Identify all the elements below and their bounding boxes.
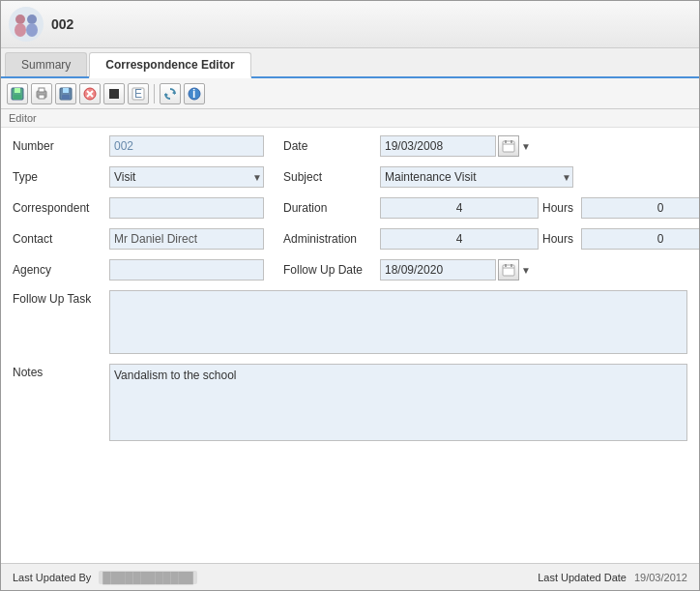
- date-input[interactable]: [380, 135, 496, 157]
- svg-rect-28: [503, 265, 514, 276]
- follow-up-task-area: Follow Up Task: [13, 290, 687, 354]
- last-updated-by-label: Last Updated By: [13, 572, 91, 583]
- svg-rect-6: [15, 88, 20, 93]
- number-input[interactable]: [109, 135, 264, 157]
- status-bar: Last Updated By ████████████ Last Update…: [1, 563, 699, 590]
- duration-minutes-input[interactable]: [581, 197, 699, 219]
- duration-field-wrapper: Hours Minutes: [380, 197, 699, 219]
- agency-label: Agency: [13, 263, 109, 277]
- admin-field-wrapper: Hours Minutes: [380, 228, 699, 250]
- toolbar-separator: [154, 84, 155, 103]
- notes-textarea[interactable]: Vandalism to the school: [109, 364, 687, 441]
- svg-point-0: [9, 7, 44, 42]
- subject-select-wrapper: Maintenance Visit Complaint Enquiry Othe…: [380, 166, 573, 188]
- date-label: Date: [283, 139, 380, 153]
- date-field-wrapper: ▼: [380, 135, 531, 157]
- stop-button[interactable]: [103, 83, 125, 104]
- svg-point-2: [15, 23, 26, 37]
- avatar: [9, 7, 44, 42]
- svg-point-1: [15, 15, 25, 24]
- title-bar: 002: [1, 1, 699, 48]
- correspondent-label: Correspondent: [13, 201, 109, 215]
- editor-section-label: Editor: [1, 109, 699, 128]
- administration-row: Administration Hours Minutes: [283, 228, 699, 250]
- follow-up-date-picker-button[interactable]: [498, 259, 519, 281]
- right-column: Date ▼ Subject: [283, 135, 699, 290]
- subject-label: Subject: [283, 170, 380, 184]
- duration-label: Duration: [283, 201, 380, 215]
- svg-point-4: [26, 23, 38, 37]
- contact-input[interactable]: [109, 228, 264, 250]
- correspondent-input[interactable]: [109, 197, 264, 219]
- save-button[interactable]: [55, 83, 76, 104]
- subject-row: Subject Maintenance Visit Complaint Enqu…: [283, 166, 699, 188]
- contact-row: Contact: [13, 228, 264, 250]
- admin-hours-label: Hours: [542, 232, 573, 246]
- follow-up-date-dropdown-arrow: ▼: [521, 265, 531, 276]
- duration-row: Duration Hours Minutes: [283, 197, 699, 219]
- date-row: Date ▼: [283, 135, 699, 157]
- window-title: 002: [51, 16, 73, 32]
- tab-summary[interactable]: Summary: [5, 52, 87, 76]
- duration-hours-input[interactable]: [380, 197, 539, 219]
- type-select[interactable]: Visit Letter Email Phone: [109, 166, 264, 188]
- number-label: Number: [13, 139, 109, 153]
- notes-label: Notes: [13, 364, 109, 441]
- cancel-button[interactable]: [79, 83, 101, 104]
- type-label: Type: [13, 170, 109, 184]
- admin-hours-input[interactable]: [380, 228, 539, 250]
- toolbar: E i: [1, 78, 699, 109]
- subject-select[interactable]: Maintenance Visit Complaint Enquiry Othe…: [380, 166, 573, 188]
- svg-text:E: E: [134, 87, 142, 101]
- correspondent-row: Correspondent: [13, 197, 264, 219]
- main-window: 002 Summary Correspondence Editor E i: [0, 0, 700, 591]
- follow-up-task-textarea[interactable]: [109, 290, 687, 354]
- administration-label: Administration: [283, 232, 380, 246]
- admin-minutes-input[interactable]: [581, 228, 699, 250]
- svg-rect-9: [39, 88, 44, 92]
- svg-point-3: [27, 15, 37, 24]
- svg-rect-17: [109, 89, 119, 99]
- svg-rect-10: [39, 95, 44, 99]
- svg-rect-12: [63, 88, 69, 93]
- left-column: Number Type Visit Letter Email Phone: [13, 135, 264, 290]
- follow-up-date-field-wrapper: ▼: [380, 259, 531, 281]
- print-button[interactable]: [31, 83, 52, 104]
- help-button[interactable]: i: [184, 83, 205, 104]
- last-updated-date-label: Last Updated Date: [538, 572, 627, 583]
- main-form-area: Number Type Visit Letter Email Phone: [1, 128, 699, 563]
- contact-label: Contact: [13, 232, 109, 246]
- refresh-button[interactable]: [160, 83, 181, 104]
- last-updated-date-value: 19/03/2012: [634, 572, 687, 583]
- type-row: Type Visit Letter Email Phone ▼: [13, 166, 264, 188]
- number-row: Number: [13, 135, 264, 157]
- date-dropdown-arrow: ▼: [521, 141, 531, 152]
- svg-text:i: i: [192, 87, 195, 101]
- agency-input[interactable]: [109, 259, 264, 281]
- tab-correspondence-editor[interactable]: Correspondence Editor: [89, 52, 250, 78]
- notes-area: Notes Vandalism to the school: [13, 364, 687, 441]
- agency-row: Agency: [13, 259, 264, 281]
- export-button[interactable]: E: [128, 83, 149, 104]
- date-picker-button[interactable]: [498, 135, 519, 157]
- duration-hours-label: Hours: [542, 201, 573, 215]
- follow-up-date-row: Follow Up Date ▼: [283, 259, 699, 281]
- save-new-button[interactable]: [7, 83, 28, 104]
- follow-up-date-input[interactable]: [380, 259, 496, 281]
- svg-rect-13: [62, 95, 70, 100]
- follow-up-task-label: Follow Up Task: [13, 290, 109, 354]
- tab-bar: Summary Correspondence Editor: [1, 48, 699, 78]
- follow-up-date-label: Follow Up Date: [283, 263, 380, 277]
- svg-rect-7: [14, 95, 21, 100]
- last-updated-by-value: ████████████: [99, 571, 197, 584]
- svg-rect-24: [503, 141, 514, 152]
- type-select-wrapper: Visit Letter Email Phone ▼: [109, 166, 264, 188]
